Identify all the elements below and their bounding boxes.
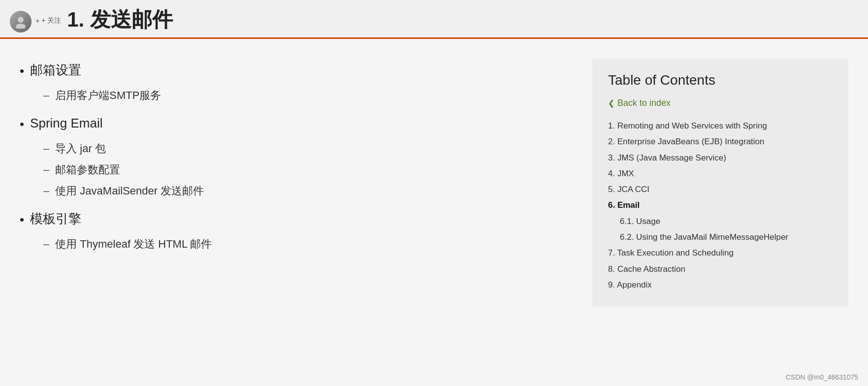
back-link-label: Back to index <box>617 98 671 108</box>
toc-title: Table of Contents <box>608 72 833 88</box>
toc-item[interactable]: 7. Task Execution and Scheduling <box>608 245 833 261</box>
sub-dash-icon: – <box>43 161 49 178</box>
table-of-contents: Table of Contents ❮ Back to index 1. Rem… <box>592 59 848 307</box>
svg-point-0 <box>18 17 24 23</box>
outline-item-label: 邮箱设置 <box>30 59 81 82</box>
toc-item[interactable]: 6.2. Using the JavaMail MimeMessageHelpe… <box>608 229 833 245</box>
sub-item: –邮箱参数配置 <box>43 161 563 178</box>
back-to-index-link[interactable]: ❮ Back to index <box>608 98 833 108</box>
main-content: •邮箱设置–启用客户端SMTP服务•Spring Email–导入 jar 包–… <box>0 39 868 317</box>
toc-item[interactable]: 9. Appendix <box>608 277 833 293</box>
sub-dash-icon: – <box>43 182 49 199</box>
outline-item: •Spring Email <box>20 112 563 136</box>
sub-item: –导入 jar 包 <box>43 140 563 157</box>
outline-list: •邮箱设置–启用客户端SMTP服务•Spring Email–导入 jar 包–… <box>20 59 563 253</box>
sub-item: –使用 Thymeleaf 发送 HTML 邮件 <box>43 235 563 253</box>
toc-item[interactable]: 8. Cache Abstraction <box>608 261 833 277</box>
avatar-wrapper: + + 关注 <box>10 11 61 32</box>
sub-dash-icon: – <box>43 87 49 104</box>
plus-icon: + <box>35 17 39 25</box>
sub-items-list: –导入 jar 包–邮箱参数配置–使用 JavaMailSender 发送邮件 <box>43 140 563 200</box>
sub-items-list: –使用 Thymeleaf 发送 HTML 邮件 <box>43 235 563 253</box>
toc-item[interactable]: 4. JMX <box>608 166 833 182</box>
page-title: 1. 发送邮件 <box>67 6 173 37</box>
sub-item-label: 使用 JavaMailSender 发送邮件 <box>55 182 204 199</box>
bullet-dot-icon: • <box>20 113 24 136</box>
sub-item-label: 启用客户端SMTP服务 <box>55 87 161 104</box>
toc-item[interactable]: 6.1. Usage <box>608 214 833 229</box>
left-panel: •邮箱设置–启用客户端SMTP服务•Spring Email–导入 jar 包–… <box>20 59 573 307</box>
toc-items-list: 1. Remoting and Web Services with Spring… <box>608 118 833 293</box>
header: + + 关注 1. 发送邮件 <box>0 0 868 39</box>
chevron-left-icon: ❮ <box>608 98 614 108</box>
follow-label: + 关注 <box>41 16 61 25</box>
sub-items-list: –启用客户端SMTP服务 <box>43 87 563 104</box>
sub-item: –启用客户端SMTP服务 <box>43 87 563 104</box>
follow-button[interactable]: + + 关注 <box>35 16 61 25</box>
bullet-dot-icon: • <box>20 60 24 83</box>
avatar-image <box>10 11 32 32</box>
sub-item-label: 使用 Thymeleaf 发送 HTML 邮件 <box>55 235 212 253</box>
bullet-dot-icon: • <box>20 208 24 231</box>
toc-item[interactable]: 2. Enterprise JavaBeans (EJB) Integratio… <box>608 134 833 150</box>
outline-item-label: Spring Email <box>30 112 102 135</box>
toc-item[interactable]: 3. JMS (Java Message Service) <box>608 150 833 166</box>
sub-item-label: 导入 jar 包 <box>55 140 106 157</box>
sub-item-label: 邮箱参数配置 <box>55 161 120 178</box>
sub-dash-icon: – <box>43 140 49 157</box>
svg-point-1 <box>16 24 26 29</box>
outline-item: •模板引擎 <box>20 207 563 231</box>
watermark: CSDN @m0_46631075 <box>786 373 858 381</box>
sub-item: –使用 JavaMailSender 发送邮件 <box>43 182 563 199</box>
toc-item[interactable]: 1. Remoting and Web Services with Spring <box>608 118 833 134</box>
outline-item-label: 模板引擎 <box>30 207 81 230</box>
toc-item[interactable]: 6. Email <box>608 197 833 213</box>
sub-dash-icon: – <box>43 235 49 253</box>
toc-item[interactable]: 5. JCA CCI <box>608 182 833 197</box>
avatar <box>10 11 32 32</box>
outline-item: •邮箱设置 <box>20 59 563 83</box>
